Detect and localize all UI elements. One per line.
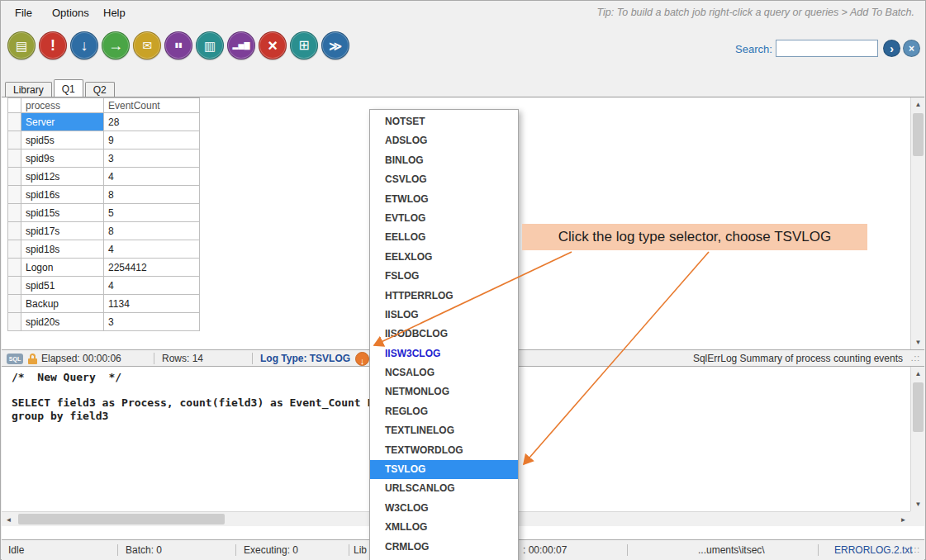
table-row[interactable]: Logon2254412 (8, 259, 200, 277)
table-cell[interactable]: 1134 (104, 295, 200, 313)
search-input[interactable] (776, 40, 878, 57)
dropdown-item-w3clog[interactable]: W3CLOG (370, 499, 518, 518)
search-go-button[interactable]: › (883, 40, 900, 57)
scroll-left-icon[interactable]: ◄ (2, 512, 16, 527)
excel-export-button[interactable]: ⊞ (290, 31, 318, 59)
row-selector[interactable] (8, 168, 21, 186)
row-selector[interactable] (8, 113, 21, 131)
search-clear-button[interactable]: × (903, 40, 920, 57)
resize-grip-icon[interactable]: .:: (911, 540, 920, 560)
table-row[interactable]: spid20s3 (8, 313, 200, 331)
dropdown-item-notset[interactable]: NOTSET (370, 112, 518, 131)
table-row[interactable]: spid15s5 (8, 204, 200, 222)
dropdown-item-adslog[interactable]: ADSLOG (370, 131, 518, 150)
menu-file[interactable]: File (15, 7, 32, 19)
scroll-down-icon[interactable]: ▼ (911, 335, 924, 349)
table-row[interactable]: spid5s9 (8, 131, 200, 149)
row-selector[interactable] (8, 240, 21, 259)
row-selector[interactable] (8, 149, 21, 168)
row-selector[interactable] (8, 313, 21, 331)
table-row[interactable]: spid9s3 (8, 149, 200, 168)
log-type-selector-button[interactable]: ↓ (355, 352, 369, 366)
dropdown-item-eelxlog[interactable]: EELXLOG (370, 248, 518, 267)
table-row[interactable]: Server28 (8, 113, 200, 131)
table-cell[interactable]: Logon (21, 259, 104, 277)
table-cell[interactable]: spid18s (21, 240, 104, 259)
query-vscrollbar[interactable]: ▲ ▼ (910, 367, 924, 511)
dropdown-item-reglog[interactable]: REGLOG (370, 402, 518, 421)
cancel-button[interactable]: × (259, 31, 287, 59)
new-query-button[interactable]: ▤ (7, 31, 36, 59)
grid-vscrollbar[interactable]: ▲ ▼ (910, 97, 924, 349)
column-header-process[interactable]: process (21, 98, 104, 113)
dropdown-item-iislog[interactable]: IISLOG (370, 306, 518, 325)
scroll-up-icon[interactable]: ▲ (911, 367, 925, 381)
table-row[interactable]: spid17s8 (8, 222, 200, 240)
menu-help[interactable]: Help (103, 7, 126, 19)
row-selector[interactable] (8, 222, 21, 240)
table-cell[interactable]: spid20s (21, 313, 104, 331)
table-row[interactable]: Backup1134 (8, 295, 200, 313)
table-row[interactable]: spid16s8 (8, 186, 200, 204)
table-cell[interactable]: Backup (21, 295, 104, 313)
dropdown-item-fslog[interactable]: FSLOG (370, 267, 518, 286)
table-cell[interactable]: 2254412 (104, 259, 200, 277)
dropdown-item-evtlog[interactable]: EVTLOG (370, 209, 518, 228)
row-selector[interactable] (8, 295, 21, 313)
table-row[interactable]: spid18s4 (8, 240, 200, 259)
row-selector[interactable] (8, 259, 21, 277)
tab-q2[interactable]: Q2 (85, 82, 115, 97)
table-row[interactable]: spid514 (8, 277, 200, 295)
table-cell[interactable]: spid12s (21, 168, 104, 186)
dropdown-item-urlscanlog[interactable]: URLSCANLOG (370, 479, 518, 498)
dropdown-item-iisw3clog[interactable]: IISW3CLOG (370, 344, 518, 363)
scroll-up-icon[interactable]: ▲ (911, 97, 924, 112)
dropdown-item-xmllog[interactable]: XMLLOG (370, 518, 518, 537)
table-cell[interactable]: 3 (104, 313, 200, 331)
table-cell[interactable]: 5 (104, 204, 200, 222)
dropdown-item-csvlog[interactable]: CSVLOG (370, 170, 518, 189)
powershell-button[interactable]: ≫ (321, 31, 349, 59)
table-cell[interactable]: 9 (104, 131, 200, 149)
table-cell[interactable]: spid15s (21, 204, 104, 222)
query-text[interactable]: /* New Query */ SELECT field3 as Process… (12, 371, 380, 422)
lock-icon[interactable] (28, 354, 37, 364)
table-cell[interactable]: spid17s (21, 222, 104, 240)
log-type-status[interactable]: Log Type: TSVLOG (260, 350, 350, 367)
table-cell[interactable]: spid16s (21, 186, 104, 204)
row-selector[interactable] (8, 131, 21, 149)
dropdown-item-iisodbclog[interactable]: IISODBCLOG (370, 325, 518, 344)
table-cell[interactable]: spid9s (21, 149, 104, 168)
row-selector[interactable] (8, 277, 21, 295)
dropdown-item-tsvlog[interactable]: TSVLOG (370, 460, 518, 479)
table-cell[interactable]: Server (21, 113, 104, 131)
row-selector[interactable] (8, 204, 21, 222)
abort-button[interactable]: ! (39, 31, 67, 59)
dropdown-item-eellog[interactable]: EELLOG (370, 228, 518, 247)
table-cell[interactable]: spid5s (21, 131, 104, 149)
scroll-down-icon[interactable]: ▼ (911, 497, 925, 511)
table-cell[interactable]: 4 (104, 277, 200, 295)
run-query-button[interactable]: → (102, 31, 130, 59)
tab-q1[interactable]: Q1 (54, 79, 83, 97)
query-hscrollbar-thumb[interactable] (18, 514, 225, 524)
scroll-right-icon[interactable]: ► (896, 512, 910, 527)
export-button[interactable]: ✉ (133, 31, 161, 59)
table-cell[interactable]: 8 (104, 186, 200, 204)
row-header-corner[interactable] (8, 98, 21, 113)
dropdown-item-crmlog[interactable]: CRMLOG (370, 538, 518, 557)
dropdown-item-netmonlog[interactable]: NETMONLOG (370, 382, 518, 401)
dropdown-item-textwordlog[interactable]: TEXTWORDLOG (370, 441, 518, 460)
table-cell[interactable]: spid51 (21, 277, 104, 295)
grid-vscrollbar-thumb[interactable] (913, 113, 924, 156)
table-cell[interactable]: 8 (104, 222, 200, 240)
resize-grip-icon[interactable]: .:: (911, 350, 920, 367)
table-cell[interactable]: 28 (104, 113, 200, 131)
table-cell[interactable]: 4 (104, 168, 200, 186)
table-row[interactable]: spid12s4 (8, 168, 200, 186)
dropdown-item-etwlog[interactable]: ETWLOG (370, 190, 518, 209)
tab-library[interactable]: Library (5, 82, 52, 97)
dropdown-item-ncsalog[interactable]: NCSALOG (370, 363, 518, 382)
pause-button[interactable]: ▮▮ (164, 31, 192, 59)
row-selector[interactable] (8, 186, 21, 204)
